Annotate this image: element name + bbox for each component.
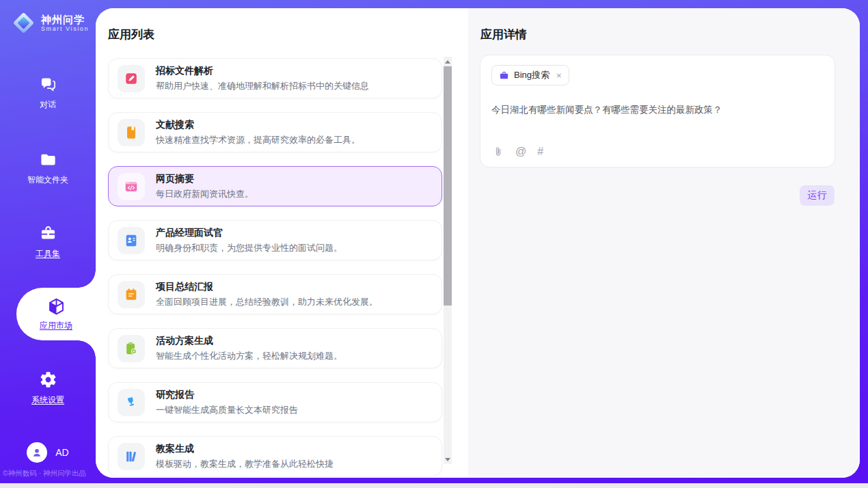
sidebar-item-label: 智能文件夹 — [27, 174, 68, 186]
report-note-icon — [118, 281, 145, 308]
app-detail-panel: 应用详情 Bing搜索 × 今日湖北有哪些新闻要点？有哪些需要关注的最新政策？ … — [468, 8, 860, 478]
close-icon[interactable]: × — [556, 70, 562, 81]
research-icon — [118, 389, 145, 416]
app-card-project-summary[interactable]: 项目总结汇报 全面回顾项目进展，总结经验教训，助力未来优化发展。 — [108, 274, 442, 314]
app-desc: 明确身份和职责，为您提供专业性的面试问题。 — [156, 242, 342, 254]
folder-icon — [39, 150, 57, 169]
run-button[interactable]: 运行 — [800, 185, 835, 206]
app-card-web-summary[interactable]: 网页摘要 每日政府新闻资讯快查。 — [108, 166, 442, 206]
sidebar-item-settings[interactable]: 系统设置 — [0, 370, 96, 406]
app-list-title: 应用列表 — [108, 27, 154, 42]
avatar — [27, 442, 47, 463]
app-detail-title: 应用详情 — [480, 27, 527, 42]
briefcase-icon — [499, 70, 509, 81]
app-name: 招标文件解析 — [156, 65, 369, 77]
app-desc: 模板驱动，教案生成，教学准备从此轻松快捷 — [156, 458, 334, 470]
app-list: 招标文件解析 帮助用户快速、准确地理解和解析招标书中的关键信息 文献搜索 快速精… — [108, 58, 442, 476]
sidebar-item-label: 工具集 — [36, 248, 60, 260]
user-initials: AD — [55, 447, 68, 458]
app-desc: 智能生成个性化活动方案，轻松解决规划难题。 — [156, 350, 342, 362]
sidebar-active-bubble: 应用市场 — [16, 288, 96, 340]
app-card-lesson-plan[interactable]: 教案生成 模板驱动，教案生成，教学准备从此轻松快捷 — [108, 436, 442, 476]
tool-tag-label: Bing搜索 — [514, 69, 550, 81]
interview-icon — [118, 227, 145, 254]
app-desc: 每日政府新闻资讯快查。 — [156, 188, 254, 200]
app-name: 产品经理面试官 — [156, 227, 342, 239]
prompt-input[interactable]: 今日湖北有哪些新闻要点？有哪些需要关注的最新政策？ — [491, 104, 824, 116]
toolbox-icon — [39, 224, 57, 243]
app-name: 网页摘要 — [156, 173, 254, 185]
paperclip-icon[interactable] — [492, 146, 504, 158]
app-name: 教案生成 — [156, 443, 334, 455]
logo-title: 神州问学 — [41, 14, 89, 25]
app-desc: 快速精准查找学术资源，提高研究效率的必备工具。 — [156, 134, 360, 146]
scroll-down-icon[interactable] — [444, 455, 452, 464]
app-card-literature-search[interactable]: 文献搜索 快速精准查找学术资源，提高研究效率的必备工具。 — [108, 112, 442, 152]
gear-icon — [39, 370, 57, 389]
app-desc: 全面回顾项目进展，总结经验教训，助力未来优化发展。 — [156, 296, 378, 308]
sidebar-footer: ©神州数码 · 神州问学出品 — [3, 469, 96, 478]
user-row[interactable]: AD — [0, 442, 96, 463]
main-content: 应用列表 招标文件解析 帮助用户快速、准确地理解和解析招标书中的关键信息 — [96, 8, 860, 478]
hash-icon[interactable]: # — [537, 146, 543, 158]
app-card-event-plan[interactable]: 活动方案生成 智能生成个性化活动方案，轻松解决规划难题。 — [108, 328, 442, 368]
prompt-card: Bing搜索 × 今日湖北有哪些新闻要点？有哪些需要关注的最新政策？ @ # — [480, 55, 835, 167]
app-window: 神州问学 Smart Vision 对话 智能文件夹 工具 — [0, 0, 868, 483]
scroll-up-icon[interactable] — [444, 57, 452, 66]
app-name: 项目总结汇报 — [156, 281, 378, 293]
sidebar-item-label: 系统设置 — [31, 394, 64, 406]
list-scrollbar[interactable] — [444, 57, 452, 464]
sidebar-item-chat[interactable]: 对话 — [0, 75, 96, 111]
sidebar-item-label: 应用市场 — [40, 320, 72, 331]
app-name: 文献搜索 — [156, 119, 360, 131]
person-icon — [30, 446, 44, 459]
tool-tag-bing-search[interactable]: Bing搜索 × — [491, 65, 569, 85]
books-icon — [118, 443, 145, 470]
app-card-research-report[interactable]: 研究报告 一键智能生成高质量长文本研究报告 — [108, 382, 442, 422]
book-icon — [118, 119, 145, 146]
clipboard-check-icon — [118, 335, 145, 362]
edit-doc-icon — [118, 65, 145, 92]
sidebar-item-toolset[interactable]: 工具集 — [0, 224, 96, 260]
app-card-bid-parse[interactable]: 招标文件解析 帮助用户快速、准确地理解和解析招标书中的关键信息 — [108, 58, 442, 98]
logo-diamond-icon — [11, 10, 36, 36]
cube-icon — [46, 297, 66, 316]
mention-icon[interactable]: @ — [515, 146, 526, 158]
app-list-panel: 应用列表 招标文件解析 帮助用户快速、准确地理解和解析招标书中的关键信息 — [96, 8, 468, 478]
app-desc: 一键智能生成高质量长文本研究报告 — [156, 404, 298, 416]
app-name: 活动方案生成 — [156, 335, 342, 347]
chat-icon — [39, 75, 57, 94]
sidebar: 神州问学 Smart Vision 对话 智能文件夹 工具 — [0, 0, 96, 483]
sidebar-item-app-market[interactable]: 应用市场 — [16, 288, 96, 340]
logo: 神州问学 Smart Vision — [11, 10, 89, 36]
sidebar-item-smart-folder[interactable]: 智能文件夹 — [0, 150, 96, 186]
sidebar-item-label: 对话 — [40, 99, 56, 111]
logo-subtitle: Smart Vision — [41, 25, 89, 32]
app-desc: 帮助用户快速、准确地理解和解析招标书中的关键信息 — [156, 80, 369, 92]
app-card-pm-interviewer[interactable]: 产品经理面试官 明确身份和职责，为您提供专业性的面试问题。 — [108, 220, 442, 260]
browser-code-icon — [118, 173, 145, 200]
app-name: 研究报告 — [156, 389, 298, 401]
scrollbar-thumb[interactable] — [444, 66, 452, 306]
input-toolbar: @ # — [492, 146, 543, 158]
